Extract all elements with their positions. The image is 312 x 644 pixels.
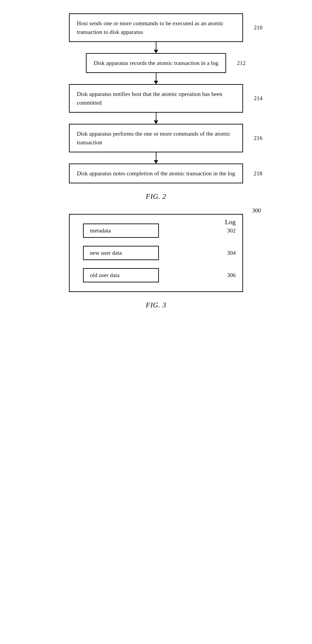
log-item-wrapper-306: old user data 306 [83, 268, 229, 282]
flow-step-218: Disk apparatus notes completion of the a… [69, 164, 243, 183]
log-item-306: old user data [83, 268, 159, 282]
log-item-wrapper-302: metadata 302 [83, 224, 229, 238]
arrow-1 [156, 42, 156, 53]
flow-box-218: Disk apparatus notes completion of the a… [69, 164, 243, 183]
flow-step-214: Disk apparatus notifies host that the at… [69, 84, 243, 113]
flow-ref-218: 218 [254, 170, 262, 177]
flow-box-210-text: Host sends one or more commands to be ex… [77, 19, 235, 36]
log-outer-wrapper: Log metadata 302 new user data 304 [69, 214, 243, 292]
flow-box-214: Disk apparatus notifies host that the at… [69, 84, 243, 113]
flow-box-214-text: Disk apparatus notifies host that the at… [77, 90, 235, 107]
fig2-section: Host sends one or more commands to be ex… [18, 14, 294, 200]
flow-box-212-text: Disk apparatus records the atomic transa… [94, 59, 218, 67]
log-item-306-text: old user data [90, 272, 120, 278]
flowchart: Host sends one or more commands to be ex… [69, 14, 243, 183]
fig3-label: FIG. 3 [146, 301, 166, 309]
log-item-304: new user data [83, 246, 159, 260]
log-item-306-ref: 306 [227, 272, 236, 278]
log-item-302-text: metadata [90, 227, 111, 234]
arrow-2 [156, 73, 156, 84]
fig3-section: Log metadata 302 new user data 304 [18, 214, 294, 309]
arrow-4 [156, 152, 156, 164]
arrow-3 [156, 113, 156, 124]
flow-step-216: Disk apparatus performs the one or more … [69, 124, 243, 152]
log-container: Log metadata 302 new user data 304 [69, 214, 243, 292]
flow-box-216: Disk apparatus performs the one or more … [69, 124, 243, 152]
flow-ref-212: 212 [237, 60, 245, 66]
flow-box-218-text: Disk apparatus notes completion of the a… [77, 169, 235, 178]
log-item-wrapper-304: new user data 304 [83, 246, 229, 260]
flow-step-210: Host sends one or more commands to be ex… [69, 14, 243, 42]
flow-box-212: Disk apparatus records the atomic transa… [86, 53, 226, 73]
log-item-304-ref: 304 [227, 250, 236, 256]
flow-ref-216: 216 [254, 135, 262, 142]
flow-box-216-text: Disk apparatus performs the one or more … [77, 130, 235, 147]
flow-box-210: Host sends one or more commands to be ex… [69, 14, 243, 42]
flow-ref-214: 214 [254, 95, 262, 102]
log-item-302-ref: 302 [227, 227, 236, 234]
fig2-label: FIG. 2 [146, 192, 166, 200]
log-container-ref: 300 [252, 207, 261, 214]
log-item-304-text: new user data [90, 250, 122, 256]
log-item-302: metadata [83, 224, 159, 238]
flow-ref-210: 210 [254, 24, 262, 31]
flow-step-212: Disk apparatus records the atomic transa… [86, 53, 226, 73]
